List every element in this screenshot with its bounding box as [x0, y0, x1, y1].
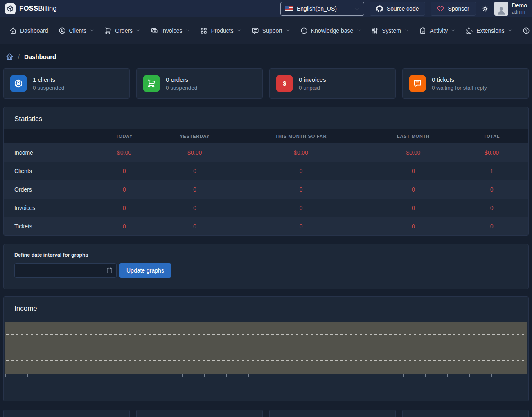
clients-icon [10, 75, 27, 92]
grid-icon [200, 27, 207, 34]
nav-item-knowledge-base[interactable]: Knowledge base [296, 23, 366, 38]
table-row-clients: Clients 0 0 0 0 1 [4, 162, 528, 180]
cell-value: 0 [90, 180, 159, 199]
chevron-down-icon [451, 28, 455, 33]
breadcrumb-home-icon[interactable] [6, 53, 14, 61]
stat-card-invoices[interactable]: $ 0 invoices 0 unpaid [269, 68, 396, 99]
nav-item-support[interactable]: Support [247, 23, 295, 38]
breadcrumb: / Dashboard [3, 44, 529, 68]
nav-item-products[interactable]: Products [196, 23, 246, 38]
row-label: Clients [4, 162, 90, 180]
orders-card-title: ORDERS [4, 410, 129, 417]
nav-item-label: Orders [115, 27, 133, 34]
chevron-down-icon [354, 6, 360, 11]
graph-interval-card: Define date interval for graphs Update g… [3, 244, 529, 289]
stat-subtitle: 0 unpaid [299, 85, 326, 91]
language-select[interactable]: English(en_US) [280, 2, 364, 16]
chevron-down-icon [286, 28, 290, 33]
cell-value: 0 [372, 217, 455, 236]
tickets-card-title: TICKETS [403, 410, 528, 417]
column-header: THIS MONTH SO FAR [230, 129, 371, 144]
nav-item-label: Activity [430, 27, 448, 34]
chevron-down-icon [136, 28, 140, 33]
invoices-card-title: INVOICES [137, 410, 262, 417]
cell-value: 0 [159, 199, 230, 217]
tickets-card: TICKETS [402, 410, 529, 417]
cell-value: 0 [159, 162, 230, 180]
user-name: Demo [512, 2, 527, 9]
theme-toggle-button[interactable] [481, 5, 489, 13]
table-row-invoices: Invoices 0 0 0 0 0 [4, 199, 528, 217]
bottom-cards-row: ORDERS INVOICES CLIENTS TICKETS [3, 410, 529, 417]
table-header-row: TODAY YESTERDAY THIS MONTH SO FAR LAST M… [4, 129, 528, 144]
row-label: Invoices [4, 199, 90, 217]
nav-item-invoices[interactable]: Invoices [146, 23, 194, 38]
stat-subtitle: 0 suspended [166, 85, 197, 91]
user-circle-icon [59, 27, 66, 34]
brand-bold: FOSS [19, 5, 38, 12]
help-circle-icon [523, 27, 530, 34]
nav-item-help[interactable]: Help [518, 23, 532, 38]
fossbilling-logo-icon [5, 3, 16, 14]
nav-item-label: Knowledge base [311, 27, 354, 34]
cell-value: $0.00 [372, 144, 455, 162]
github-icon [376, 5, 383, 12]
invoices-card: INVOICES [136, 410, 263, 417]
income-plot-area [5, 322, 527, 374]
orders-card: ORDERS [3, 410, 130, 417]
stat-subtitle: 0 suspended [33, 85, 64, 91]
user-menu[interactable]: Demo admin [494, 2, 527, 16]
nav-item-orders[interactable]: Orders [100, 23, 145, 38]
main-nav: Dashboard Clients Orders Invoices Produc… [0, 17, 532, 44]
dollar-icon: $ [276, 75, 293, 92]
statistics-table: TODAY YESTERDAY THIS MONTH SO FAR LAST M… [4, 129, 528, 235]
user-role: admin [512, 9, 527, 15]
breadcrumb-separator: / [18, 54, 20, 60]
stat-title: 0 invoices [299, 76, 326, 83]
cell-value: 0 [230, 217, 371, 236]
stat-title: 0 tickets [432, 76, 487, 83]
stat-card-orders[interactable]: 0 orders 0 suspended [136, 68, 263, 99]
heart-icon [437, 5, 444, 12]
cell-value: 0 [230, 162, 371, 180]
nav-item-label: Invoices [161, 27, 182, 34]
source-code-button[interactable]: Source code [370, 2, 426, 16]
nav-item-extensions[interactable]: Extensions [461, 23, 516, 38]
brand-light: Billing [38, 5, 56, 12]
sponsor-button[interactable]: Sponsor [431, 2, 476, 16]
source-code-label: Source code [387, 5, 419, 12]
breadcrumb-current: Dashboard [24, 53, 56, 60]
chevron-down-icon [356, 28, 361, 33]
cart-icon [104, 27, 112, 34]
nav-item-label: Dashboard [20, 27, 48, 34]
nav-item-label: Clients [69, 27, 87, 34]
nav-item-label: Support [262, 27, 282, 34]
chevron-down-icon [90, 28, 94, 33]
avatar [494, 2, 508, 16]
column-header: YESTERDAY [159, 129, 230, 144]
nav-item-label: Products [211, 27, 233, 34]
cell-value: 0 [372, 180, 455, 199]
stat-title: 0 orders [166, 76, 197, 83]
top-header: FOSSBilling English(en_US) Source code S… [0, 0, 532, 17]
stat-cards-row: 1 clients 0 suspended 0 orders 0 suspend… [3, 68, 529, 99]
nav-item-system[interactable]: System [367, 23, 413, 38]
message-icon [252, 27, 259, 34]
cell-value: $0.00 [230, 144, 371, 162]
date-interval-input[interactable] [14, 263, 117, 278]
cell-value: $0.00 [159, 144, 230, 162]
cell-value: 0 [90, 199, 159, 217]
nav-item-dashboard[interactable]: Dashboard [5, 23, 53, 38]
svg-text:$: $ [283, 81, 286, 87]
stat-card-tickets[interactable]: 0 tickets 0 waiting for staff reply [402, 68, 529, 99]
brand-logo-link[interactable]: FOSSBilling [5, 3, 57, 14]
nav-item-activity[interactable]: Activity [415, 23, 460, 38]
cell-value: 0 [372, 199, 455, 217]
stat-card-clients[interactable]: 1 clients 0 suspended [3, 68, 130, 99]
table-row-orders: Orders 0 0 0 0 0 [4, 180, 528, 199]
ticket-message-icon [409, 75, 426, 92]
nav-item-clients[interactable]: Clients [54, 23, 99, 38]
row-label: Income [4, 144, 90, 162]
cell-value: 0 [159, 217, 230, 236]
update-graphs-button[interactable]: Update graphs [119, 263, 171, 278]
